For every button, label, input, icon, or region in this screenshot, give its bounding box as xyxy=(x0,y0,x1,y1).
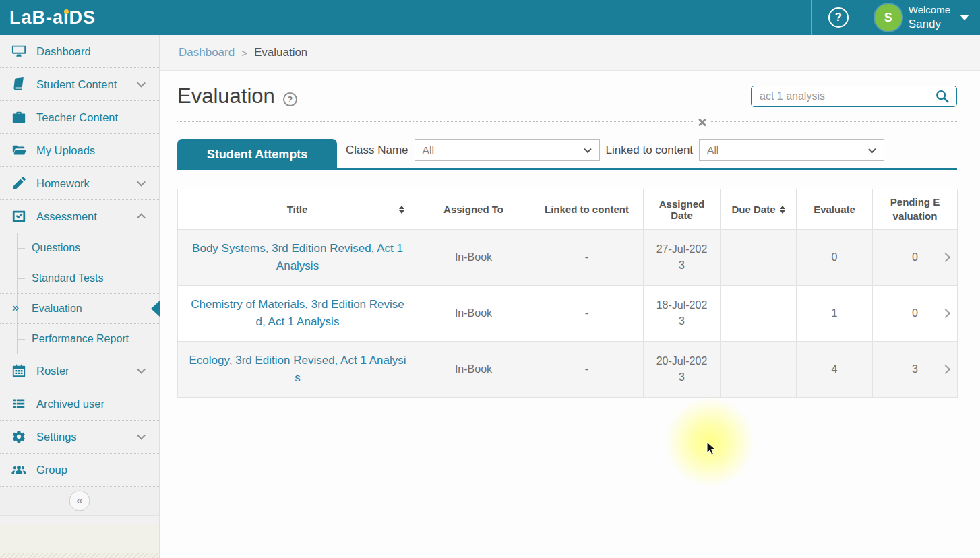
attempt-title-link[interactable]: Chemistry of Materials, 3rd Edition Revi… xyxy=(191,298,404,328)
attempt-title-link[interactable]: Body Systems, 3rd Edition Revised, Act 1… xyxy=(192,242,403,272)
top-header-bar: LaB-aiDS S Welcome Sandy xyxy=(0,0,980,35)
people-icon xyxy=(11,462,26,477)
chevron-down-icon xyxy=(137,431,146,440)
labaids-logo[interactable]: LaB-aiDS xyxy=(9,7,96,28)
welcome-label: Welcome xyxy=(909,4,950,17)
sidebar-item-homework[interactable]: Homework xyxy=(0,167,159,200)
cell-linked-to-content: - xyxy=(530,230,644,286)
linked-to-content-label: Linked to content xyxy=(606,144,693,157)
row-expand-chevron-icon[interactable] xyxy=(941,253,950,262)
active-marker-icon: » xyxy=(12,301,19,315)
list-icon xyxy=(11,396,26,411)
attempt-title-link[interactable]: Ecology, 3rd Edition Revised, Act 1 Anal… xyxy=(189,354,406,384)
header-help-button[interactable] xyxy=(812,0,865,35)
cell-assigned-date: 27-Jul-2023 xyxy=(644,230,721,286)
sidebar-item-dashboard[interactable]: Dashboard xyxy=(0,35,159,68)
folder-icon xyxy=(11,143,26,158)
cell-linked-to-content: - xyxy=(530,342,644,398)
chevron-down-icon xyxy=(137,365,146,374)
sidebar-footer-texture xyxy=(0,524,159,558)
avatar: S xyxy=(875,4,902,31)
tab-student-attempts[interactable]: Student Attempts xyxy=(177,139,337,170)
book-icon xyxy=(11,77,26,92)
breadcrumb-current: Evaluation xyxy=(254,46,307,59)
tree-dash xyxy=(17,278,25,279)
cell-assigned-date: 20-Jul-2023 xyxy=(644,342,721,398)
cell-due-date xyxy=(721,342,797,398)
cell-assigned-to: In-Book xyxy=(417,286,530,342)
sidebar-item-evaluation[interactable]: » Evaluation xyxy=(0,294,159,324)
user-menu[interactable]: S Welcome Sandy xyxy=(865,0,980,35)
chevron-down-icon xyxy=(137,79,146,88)
tree-dash xyxy=(17,248,25,249)
sidebar-item-student-content[interactable]: Student Content xyxy=(0,68,159,101)
cell-pending-evaluation: 3 xyxy=(873,342,958,398)
table-row: Body Systems, 3rd Edition Revised, Act 1… xyxy=(178,230,958,286)
header-pending-evaluation: Pending Evaluation xyxy=(873,189,958,230)
linked-to-content-select[interactable]: All xyxy=(699,139,884,161)
row-expand-chevron-icon[interactable] xyxy=(941,309,950,318)
sort-icon[interactable] xyxy=(399,206,404,214)
class-name-select[interactable]: All xyxy=(415,139,600,161)
sidebar-nav: Dashboard Student Content Teacher Conten… xyxy=(0,35,160,558)
header-evaluate: Evaluate xyxy=(797,189,873,230)
search-icon[interactable] xyxy=(935,89,950,104)
help-circle-icon xyxy=(828,7,849,28)
monitor-icon xyxy=(11,44,26,59)
checkbox-icon xyxy=(11,209,26,224)
table-row: Chemistry of Materials, 3rd Edition Revi… xyxy=(178,286,958,342)
briefcase-icon xyxy=(11,110,26,125)
cell-due-date xyxy=(721,286,797,342)
sidebar-item-performance-report[interactable]: Performance Report xyxy=(0,324,159,354)
cell-evaluate: 4 xyxy=(797,342,873,398)
gear-icon xyxy=(11,429,26,444)
chevron-up-icon xyxy=(137,213,146,222)
chevron-down-icon xyxy=(960,15,969,20)
sidebar-item-assessment[interactable]: Assessment xyxy=(0,200,159,233)
cell-assigned-to: In-Book xyxy=(417,342,530,398)
chevron-down-icon xyxy=(868,145,876,152)
header-assigned-to: Assigned To xyxy=(417,189,530,230)
logo-text: LaB-aiDS xyxy=(9,7,96,28)
sidebar-item-settings[interactable]: Settings xyxy=(0,421,159,454)
sidebar-collapse-button[interactable] xyxy=(69,491,90,512)
logo-yellow-dot-icon xyxy=(64,9,69,14)
close-icon[interactable] xyxy=(693,116,710,128)
breadcrumb-dashboard-link[interactable]: Dashboard xyxy=(179,46,235,59)
sidebar-item-my-uploads[interactable]: My Uploads xyxy=(0,134,159,167)
assessment-submenu: Questions Standard Tests » Evaluation Pe… xyxy=(0,233,159,354)
sidebar-collapse-row xyxy=(0,487,159,516)
class-name-label: Class Name xyxy=(346,144,408,157)
header-assigned-date: Assigned Date xyxy=(644,189,721,230)
row-expand-chevron-icon[interactable] xyxy=(941,365,950,374)
cell-due-date xyxy=(721,230,797,286)
sidebar-item-teacher-content[interactable]: Teacher Content xyxy=(0,101,159,134)
main-content: Dashboard Evaluation Evaluation Student … xyxy=(160,35,980,558)
student-attempts-table: Title Assigned To Linked to content Assi… xyxy=(177,189,958,398)
search-box xyxy=(751,86,957,107)
header-title[interactable]: Title xyxy=(178,189,417,230)
viewport-right-edge xyxy=(977,35,977,558)
breadcrumb-separator-icon xyxy=(241,47,247,59)
sidebar-item-standard-tests[interactable]: Standard Tests xyxy=(0,264,159,294)
sort-icon[interactable] xyxy=(780,206,785,214)
chevron-down-icon xyxy=(137,178,146,187)
cell-pending-evaluation: 0 xyxy=(873,230,958,286)
search-input[interactable] xyxy=(760,90,935,102)
sidebar-item-questions[interactable]: Questions xyxy=(0,233,159,264)
cell-assigned-to: In-Book xyxy=(417,230,530,286)
cell-evaluate: 0 xyxy=(797,230,873,286)
tree-dash xyxy=(17,339,25,340)
pencil-icon xyxy=(11,176,26,191)
section-divider xyxy=(177,121,957,122)
tab-bar: Student Attempts Class Name All Linked t… xyxy=(177,139,957,170)
breadcrumb: Dashboard Evaluation xyxy=(160,35,980,71)
page-title: Evaluation xyxy=(177,84,275,108)
user-name: Sandy xyxy=(909,17,950,31)
sidebar-item-roster[interactable]: Roster xyxy=(0,354,159,388)
title-help-icon[interactable] xyxy=(283,92,297,106)
sidebar-item-archived-user[interactable]: Archived user xyxy=(0,388,159,421)
header-due-date[interactable]: Due Date xyxy=(721,189,797,230)
cell-assigned-date: 18-Jul-2023 xyxy=(644,286,721,342)
sidebar-item-group[interactable]: Group xyxy=(0,454,159,487)
